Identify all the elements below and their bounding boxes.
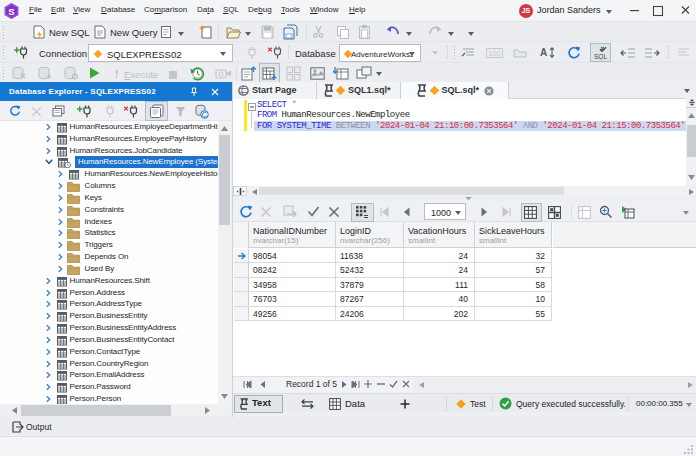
svg-text:100: 100 bbox=[488, 49, 501, 58]
svg-text:A: A bbox=[540, 47, 547, 58]
svg-text:S: S bbox=[8, 6, 14, 17]
svg-text:SQL: SQL bbox=[594, 53, 607, 60]
